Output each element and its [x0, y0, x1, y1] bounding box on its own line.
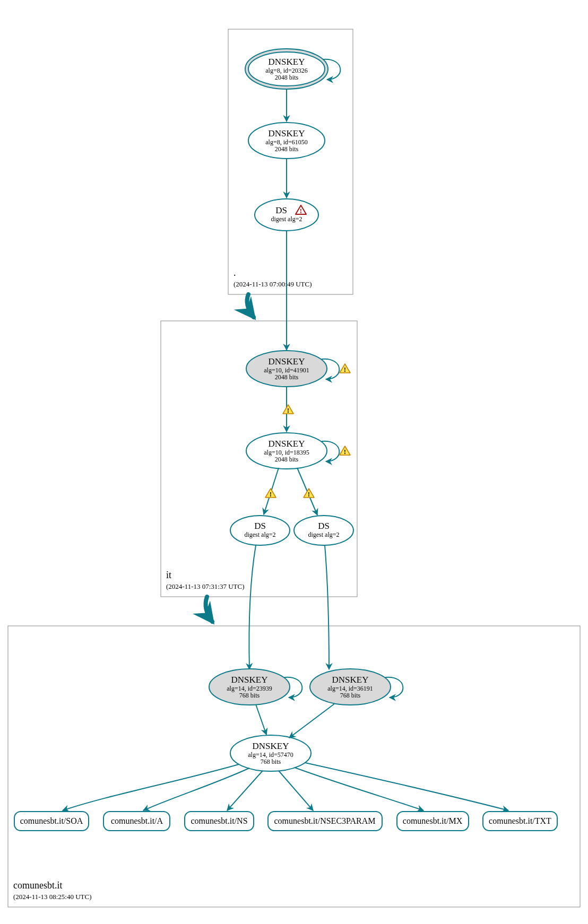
- warning-icon: !: [340, 364, 350, 373]
- zone-it-name: it: [166, 570, 171, 580]
- svg-text:alg=14, id=23939: alg=14, id=23939: [227, 685, 272, 692]
- node-root-ksk[interactable]: DNSKEY alg=8, id=20326 2048 bits: [245, 49, 328, 89]
- zone-root-name: .: [234, 267, 236, 278]
- svg-text:alg=14, id=36191: alg=14, id=36191: [327, 685, 373, 692]
- zone-leaf-timestamp: (2024-11-13 08:25:40 UTC): [13, 893, 92, 901]
- svg-text:DNSKEY: DNSKEY: [269, 128, 305, 138]
- svg-text:comunesbt.it/NS: comunesbt.it/NS: [191, 816, 247, 825]
- svg-text:digest alg=2: digest alg=2: [244, 531, 275, 538]
- svg-text:!: !: [344, 448, 346, 456]
- node-it-ds2[interactable]: DS digest alg=2: [294, 516, 353, 545]
- rr-soa[interactable]: comunesbt.it/SOA: [14, 812, 89, 831]
- zone-root: . (2024-11-13 07:00:49 UTC) DNSKEY alg=8…: [228, 29, 353, 294]
- svg-text:DNSKEY: DNSKEY: [269, 356, 305, 367]
- svg-text:alg=14, id=57470: alg=14, id=57470: [248, 751, 293, 759]
- node-it-ds1[interactable]: DS digest alg=2: [230, 516, 290, 545]
- edge-zsk-to-ns: [227, 771, 263, 810]
- warning-icon: !: [265, 489, 276, 498]
- svg-text:comunesbt.it/SOA: comunesbt.it/SOA: [20, 816, 83, 825]
- svg-text:alg=10, id=18395: alg=10, id=18395: [264, 449, 309, 456]
- warning-icon: !: [283, 405, 293, 414]
- svg-text:DNSKEY: DNSKEY: [332, 675, 369, 685]
- svg-text:!: !: [308, 490, 310, 498]
- edge-it-ds2-to-leaf-ksk2: [325, 545, 329, 669]
- zone-leaf-name: comunesbt.it: [13, 880, 63, 891]
- zone-transition-root-to-it: [247, 294, 254, 317]
- node-leaf-zsk[interactable]: DNSKEY alg=14, id=57470 768 bits: [230, 735, 311, 771]
- node-root-zsk[interactable]: DNSKEY alg=8, id=61050 2048 bits: [248, 123, 325, 159]
- edge-zsk-to-mx: [295, 768, 423, 810]
- rr-txt[interactable]: comunesbt.it/TXT: [483, 812, 557, 831]
- svg-text:comunesbt.it/TXT: comunesbt.it/TXT: [489, 816, 551, 825]
- edge-zsk-to-nsec3: [279, 771, 313, 810]
- rr-ns[interactable]: comunesbt.it/NS: [185, 812, 254, 831]
- svg-text:alg=8, id=61050: alg=8, id=61050: [265, 138, 308, 146]
- svg-text:2048 bits: 2048 bits: [275, 456, 299, 463]
- node-it-ksk[interactable]: DNSKEY alg=10, id=41901 2048 bits: [246, 351, 327, 387]
- edge-zsk-to-soa: [63, 764, 239, 810]
- svg-text:DS: DS: [318, 521, 330, 531]
- rr-nsec3[interactable]: comunesbt.it/NSEC3PARAM: [268, 812, 382, 831]
- svg-text:DNSKEY: DNSKEY: [253, 741, 289, 751]
- svg-text:768 bits: 768 bits: [340, 692, 361, 699]
- edge-it-ds1-to-leaf-ksk1: [249, 545, 256, 669]
- edge-leaf-ksk1-to-zsk: [256, 704, 266, 735]
- edge-zsk-to-txt: [305, 763, 508, 810]
- svg-text:!: !: [270, 490, 272, 498]
- svg-text:768 bits: 768 bits: [261, 758, 281, 765]
- svg-text:alg=10, id=41901: alg=10, id=41901: [264, 367, 309, 374]
- svg-text:!: !: [344, 365, 346, 373]
- svg-text:comunesbt.it/MX: comunesbt.it/MX: [403, 816, 463, 825]
- zone-it-timestamp: (2024-11-13 07:31:37 UTC): [166, 582, 245, 590]
- node-leaf-ksk2[interactable]: DNSKEY alg=14, id=36191 768 bits: [310, 669, 391, 705]
- svg-text:DS: DS: [254, 521, 266, 531]
- warning-icon: !: [304, 489, 314, 498]
- svg-text:DNSKEY: DNSKEY: [269, 57, 305, 67]
- svg-text:digest alg=2: digest alg=2: [308, 531, 339, 538]
- svg-text:digest alg=2: digest alg=2: [271, 215, 302, 223]
- rr-a[interactable]: comunesbt.it/A: [103, 812, 170, 831]
- zone-leaf: comunesbt.it (2024-11-13 08:25:40 UTC) D…: [8, 545, 580, 907]
- svg-text:DS: DS: [275, 205, 287, 215]
- svg-text:2048 bits: 2048 bits: [275, 74, 299, 81]
- svg-text:alg=8, id=20326: alg=8, id=20326: [265, 67, 308, 74]
- node-it-zsk[interactable]: DNSKEY alg=10, id=18395 2048 bits: [246, 433, 327, 469]
- zone-transition-it-to-leaf: [206, 597, 212, 622]
- svg-text:DNSKEY: DNSKEY: [269, 439, 305, 449]
- svg-text:comunesbt.it/A: comunesbt.it/A: [111, 816, 163, 825]
- warning-icon: !: [340, 446, 350, 456]
- zone-root-timestamp: (2024-11-13 07:00:49 UTC): [234, 280, 312, 288]
- svg-text:2048 bits: 2048 bits: [275, 145, 299, 153]
- svg-text:768 bits: 768 bits: [239, 692, 260, 699]
- svg-text:DNSKEY: DNSKEY: [231, 675, 268, 685]
- svg-text:!: !: [287, 406, 289, 414]
- dnssec-chain-diagram: . (2024-11-13 07:00:49 UTC) DNSKEY alg=8…: [0, 0, 588, 924]
- svg-text:2048 bits: 2048 bits: [275, 373, 299, 381]
- svg-text:!: !: [300, 207, 302, 215]
- node-leaf-ksk1[interactable]: DNSKEY alg=14, id=23939 768 bits: [209, 669, 290, 705]
- svg-text:comunesbt.it/NSEC3PARAM: comunesbt.it/NSEC3PARAM: [274, 816, 376, 825]
- rr-mx[interactable]: comunesbt.it/MX: [397, 812, 469, 831]
- edge-leaf-ksk2-to-zsk: [289, 704, 334, 738]
- node-root-ds[interactable]: DS digest alg=2 !: [255, 199, 318, 231]
